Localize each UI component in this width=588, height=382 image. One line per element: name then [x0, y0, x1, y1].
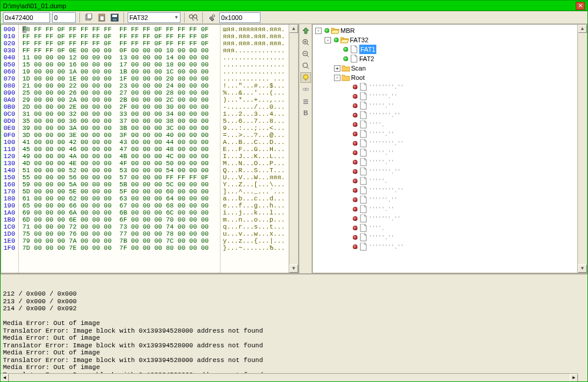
hex-bytes[interactable]: F8 FF FF 0F FF FF FF FF FF FF FF 0F FF F… — [19, 25, 220, 273]
window-title: D:\my\sd\01_01.dump — [3, 2, 66, 9]
svg-text:B: B — [303, 109, 308, 116]
file-icon — [359, 102, 368, 110]
hex-ascii[interactable]: шяя.яяяяяяя.яяя. яяя.яяя.яяя.яяя. яяя.яя… — [220, 25, 289, 273]
svg-rect-3 — [100, 16, 104, 21]
file-icon — [359, 130, 368, 138]
led-green-icon — [343, 56, 348, 61]
fs-combo[interactable]: FAT32▼ — [128, 12, 181, 23]
expander[interactable]: - — [315, 28, 322, 34]
tree-entry[interactable]: '''''''.'' — [369, 167, 400, 176]
tree-entry[interactable]: '''''''.'' — [369, 214, 400, 223]
scroll-left-icon[interactable]: ◄ — [1, 374, 9, 381]
led-green-icon — [325, 28, 329, 33]
stack-icon[interactable] — [300, 96, 311, 106]
structure-tree[interactable]: -MBR-FAT32FAT1FAT2+Scan-Root''''''''.'''… — [313, 25, 577, 273]
tree-node-fat32[interactable]: FAT32 — [350, 35, 369, 45]
tree-entry[interactable]: '''''.'' — [369, 205, 394, 214]
save-icon[interactable] — [109, 12, 120, 23]
tree-entry[interactable]: '''''.'' — [369, 148, 394, 158]
index-input[interactable] — [52, 12, 76, 23]
address-input[interactable] — [3, 12, 50, 23]
close-button[interactable]: ✕ — [576, 2, 585, 10]
svg-rect-27 — [303, 103, 308, 104]
zoom-in-icon[interactable] — [300, 37, 311, 48]
tree-entry[interactable]: ''''''.'' — [369, 92, 397, 101]
copy-icon[interactable] — [83, 12, 94, 23]
scroll-down-icon[interactable]: ▼ — [578, 264, 587, 273]
led-red-icon — [353, 122, 358, 127]
tree-entry[interactable]: ''''''''.'' — [369, 82, 404, 92]
led-red-icon — [353, 94, 358, 99]
svg-line-20 — [307, 67, 309, 69]
tree-pane: -MBR-FAT32FAT1FAT2+Scan-Root''''''''.'''… — [312, 24, 587, 273]
led-red-icon — [353, 197, 358, 202]
tree-entry[interactable]: ''''''.'' — [369, 195, 397, 205]
tree-entry[interactable]: '''''. — [369, 176, 388, 186]
tree-scrollbar[interactable]: ▲ ▼ — [577, 25, 587, 273]
scroll-down-icon[interactable]: ▼ — [289, 264, 298, 273]
paste-icon[interactable] — [96, 12, 107, 23]
file-icon — [359, 233, 368, 242]
led-red-icon — [353, 235, 358, 240]
folder-open-icon — [331, 26, 339, 35]
bulb-icon[interactable] — [300, 72, 311, 83]
hex-scrollbar[interactable]: ▲ ▼ — [289, 25, 298, 273]
tree-node-scan[interactable]: Scan — [351, 63, 366, 73]
tree-entry[interactable]: ''''''''.'' — [369, 242, 404, 252]
file-icon — [350, 45, 358, 53]
led-red-icon — [353, 207, 358, 212]
scroll-right-icon[interactable]: ► — [570, 374, 578, 381]
zoom-view-icon[interactable] — [300, 61, 311, 71]
led-red-icon — [353, 160, 358, 165]
svg-rect-1 — [87, 14, 92, 19]
offset-input[interactable] — [219, 12, 260, 23]
tree-entry[interactable]: ''''''''.'' — [369, 186, 404, 195]
link-icon[interactable] — [300, 84, 311, 95]
tree-node-mbr[interactable]: MBR — [340, 26, 355, 35]
svg-point-11 — [212, 15, 215, 17]
file-icon — [359, 215, 368, 223]
svg-rect-25 — [303, 99, 308, 100]
tree-entry[interactable]: '''''''.'' — [369, 110, 400, 120]
tree-entry[interactable]: ''''. — [369, 223, 385, 233]
led-red-icon — [353, 141, 358, 146]
tree-entry[interactable]: '''''.'' — [369, 129, 394, 139]
led-red-icon — [353, 150, 358, 155]
scroll-up-icon[interactable]: ▲ — [289, 25, 298, 33]
tree-entry[interactable]: '''''.'' — [369, 233, 394, 242]
scroll-up-icon[interactable]: ▲ — [578, 25, 587, 33]
file-icon — [359, 186, 368, 195]
svg-rect-6 — [113, 19, 116, 21]
tree-node-fat2[interactable]: FAT2 — [359, 54, 374, 63]
main: 000 010 020 030 040 050 060 070 080 090 … — [1, 24, 587, 273]
tree-node-fat1[interactable]: FAT1 — [359, 45, 376, 54]
tree-entry[interactable]: ''''''''.'' — [369, 139, 404, 148]
led-red-icon — [353, 179, 358, 183]
led-red-icon — [353, 113, 358, 118]
tree-entry[interactable]: '''''.'' — [369, 158, 394, 167]
tools-icon[interactable] — [206, 12, 217, 23]
svg-rect-26 — [303, 101, 308, 102]
log-pane: 212 / 0x000 / 0x000 213 / 0x000 / 0x000 … — [1, 273, 587, 381]
tree-entry[interactable]: '''''.'' — [369, 101, 394, 110]
expander[interactable]: - — [325, 37, 331, 43]
log-text[interactable]: 212 / 0x000 / 0x000 213 / 0x000 / 0x000 … — [3, 290, 585, 381]
log-hscroll[interactable]: ◄ ► — [1, 373, 578, 381]
svg-point-7 — [189, 15, 193, 18]
find-icon[interactable] — [188, 12, 199, 23]
bold-icon[interactable]: B — [300, 108, 311, 118]
nav-out-icon[interactable] — [300, 25, 311, 36]
led-green-icon — [343, 47, 348, 52]
svg-point-21 — [303, 75, 308, 79]
svg-rect-5 — [112, 15, 117, 17]
file-icon — [359, 83, 368, 91]
zoom-out-icon[interactable] — [300, 49, 311, 59]
file-icon — [350, 55, 358, 63]
file-icon — [359, 205, 368, 213]
tree-node-root[interactable]: Root — [351, 73, 365, 82]
expander[interactable]: + — [334, 65, 340, 72]
tree-entry[interactable]: ''''. — [369, 120, 385, 129]
svg-point-8 — [193, 15, 197, 18]
expander[interactable]: - — [334, 75, 340, 81]
titlebar: D:\my\sd\01_01.dump ✕ — [1, 1, 587, 11]
